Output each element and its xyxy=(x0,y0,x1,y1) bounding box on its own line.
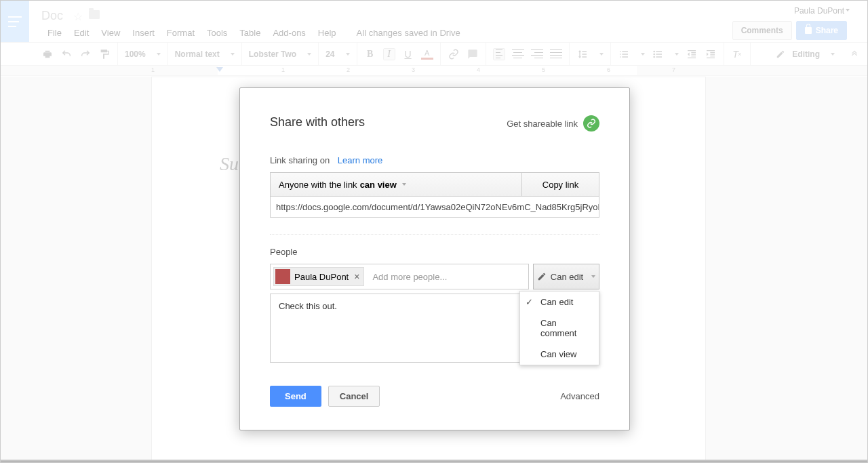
link-icon xyxy=(583,115,599,132)
people-row: Paula DuPont × Add more people... Can ed… xyxy=(270,264,599,289)
permission-menu: Can edit Can comment Can view xyxy=(519,291,599,365)
link-sharing-on-text: Link sharing on xyxy=(270,155,330,165)
remove-chip-icon[interactable]: × xyxy=(354,271,359,282)
perm-option-can-edit[interactable]: Can edit xyxy=(520,291,599,313)
people-label: People xyxy=(270,247,599,257)
link-sharing-status: Link sharing on Learn more xyxy=(270,155,599,165)
get-shareable-link-button[interactable]: Get shareable link xyxy=(507,115,599,132)
link-scope-selector[interactable]: Anyone with the link can view xyxy=(271,173,521,196)
dialog-footer: Send Cancel Advanced xyxy=(270,386,599,407)
pencil-icon xyxy=(537,272,547,281)
link-scope-row: Anyone with the link can view Copy link xyxy=(270,172,599,197)
avatar xyxy=(275,269,290,284)
permission-button-label: Can edit xyxy=(551,272,583,282)
chip-name: Paula DuPont xyxy=(294,272,349,282)
section-divider xyxy=(270,234,599,235)
caret-down-icon xyxy=(591,275,595,278)
advanced-link[interactable]: Advanced xyxy=(560,391,599,401)
link-scope-prefix: Anyone with the link xyxy=(279,180,357,190)
people-input[interactable]: Paula DuPont × Add more people... xyxy=(270,264,529,289)
permission-button[interactable]: Can edit xyxy=(533,264,599,289)
cancel-button[interactable]: Cancel xyxy=(328,386,380,407)
get-shareable-link-label: Get shareable link xyxy=(507,119,578,129)
share-dialog: Share with others Get shareable link Lin… xyxy=(239,87,630,430)
send-button[interactable]: Send xyxy=(270,386,321,407)
perm-option-can-comment[interactable]: Can comment xyxy=(520,313,599,344)
learn-more-link[interactable]: Learn more xyxy=(338,155,382,165)
person-chip[interactable]: Paula DuPont × xyxy=(273,267,364,286)
people-placeholder: Add more people... xyxy=(372,272,447,282)
link-url-field[interactable]: https://docs.google.com/document/d/1Yaws… xyxy=(270,196,599,218)
copy-link-button[interactable]: Copy link xyxy=(521,173,599,196)
perm-option-can-view[interactable]: Can view xyxy=(520,344,599,365)
link-scope-perm: can view xyxy=(360,180,397,190)
caret-down-icon xyxy=(402,183,406,186)
